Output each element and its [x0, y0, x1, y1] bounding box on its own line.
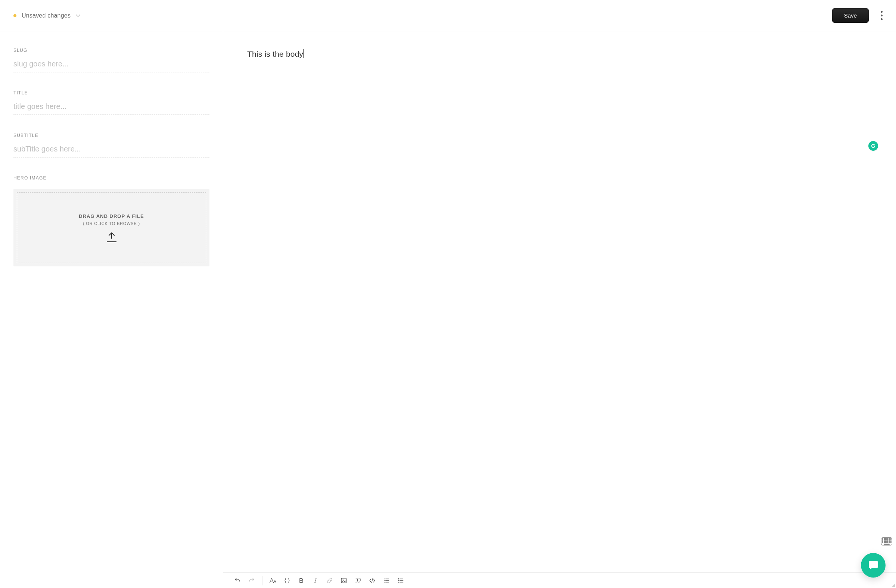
- dot-icon: [881, 15, 882, 17]
- intercom-launcher[interactable]: [861, 553, 885, 577]
- unordered-list-button[interactable]: [382, 577, 390, 584]
- font-size-button[interactable]: [269, 577, 277, 584]
- keyboard-shortcut-icon[interactable]: [881, 537, 892, 545]
- status-dropdown[interactable]: Unsaved changes: [14, 12, 80, 19]
- toolbar-separator: [262, 576, 262, 585]
- svg-point-2: [384, 578, 384, 579]
- body-editor[interactable]: This is the body G: [223, 31, 896, 572]
- field-hero-image: HERO IMAGE DRAG AND DROP A FILE ( OR CLI…: [14, 175, 209, 266]
- link-button[interactable]: [326, 577, 334, 584]
- grammarly-icon[interactable]: G: [869, 141, 878, 151]
- italic-button[interactable]: [312, 577, 319, 584]
- slug-input[interactable]: [14, 59, 209, 72]
- resize-handle-icon: [891, 583, 895, 587]
- more-menu-button[interactable]: [878, 9, 885, 23]
- upload-icon: [107, 232, 116, 242]
- title-input[interactable]: [14, 102, 209, 115]
- field-title: TITLE: [14, 90, 209, 115]
- field-label: SUBTITLE: [14, 133, 209, 138]
- field-subtitle: SUBTITLE: [14, 133, 209, 158]
- ordered-list-button[interactable]: [397, 577, 404, 584]
- field-label: HERO IMAGE: [14, 175, 209, 181]
- field-slug: SLUG: [14, 48, 209, 72]
- svg-rect-0: [341, 578, 346, 583]
- chat-icon: [867, 559, 879, 571]
- field-label: TITLE: [14, 90, 209, 96]
- code-button[interactable]: [369, 577, 376, 584]
- hero-image-dropzone[interactable]: DRAG AND DROP A FILE ( OR CLICK TO BROWS…: [14, 189, 209, 266]
- svg-point-3: [384, 580, 384, 580]
- braces-button[interactable]: [283, 577, 291, 584]
- dropzone-inner: DRAG AND DROP A FILE ( OR CLICK TO BROWS…: [17, 192, 206, 263]
- dot-icon: [881, 11, 882, 13]
- metadata-panel: SLUG TITLE SUBTITLE HERO IMAGE DRAG AND …: [0, 31, 223, 588]
- subtitle-input[interactable]: [14, 144, 209, 158]
- status-text: Unsaved changes: [22, 12, 70, 19]
- dot-icon: [881, 18, 882, 20]
- text-caret: [303, 49, 303, 58]
- body-text: This is the body: [247, 50, 303, 58]
- chevron-down-icon: [76, 13, 80, 18]
- dropzone-title: DRAG AND DROP A FILE: [79, 213, 144, 219]
- image-button[interactable]: [340, 577, 347, 584]
- header-actions: Save: [832, 8, 885, 23]
- editor-toolbar: [223, 572, 896, 588]
- svg-point-4: [384, 582, 384, 582]
- status-dot-icon: [14, 14, 17, 17]
- editor-split: SLUG TITLE SUBTITLE HERO IMAGE DRAG AND …: [0, 31, 896, 588]
- field-label: SLUG: [14, 48, 209, 53]
- blockquote-button[interactable]: [354, 577, 362, 584]
- header-bar: Unsaved changes Save: [0, 0, 896, 31]
- bold-button[interactable]: [297, 577, 305, 584]
- redo-button[interactable]: [248, 577, 255, 584]
- dropzone-subtitle: ( OR CLICK TO BROWSE ): [83, 221, 140, 226]
- undo-button[interactable]: [234, 577, 241, 584]
- body-panel: This is the body G: [223, 31, 896, 588]
- save-button[interactable]: Save: [832, 8, 869, 23]
